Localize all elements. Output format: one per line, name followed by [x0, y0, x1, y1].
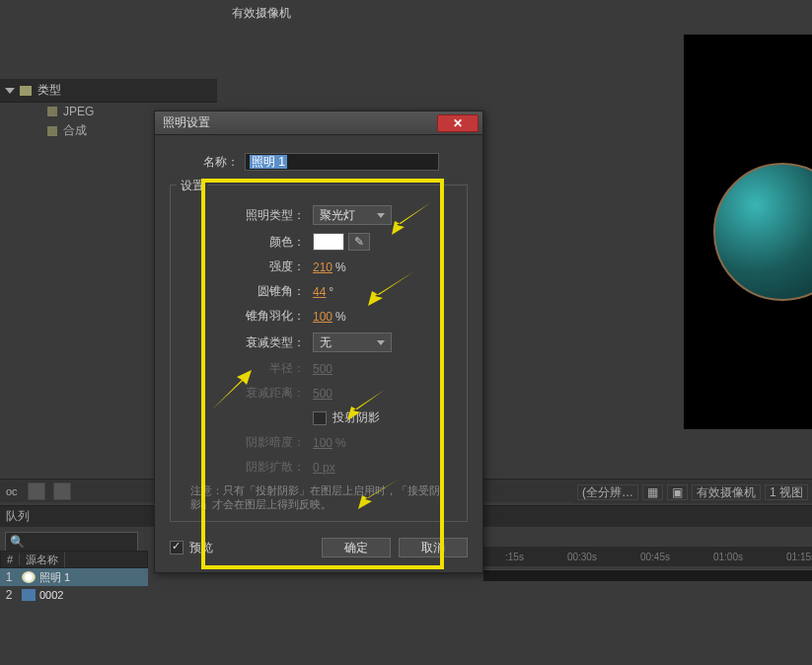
composition-icon: [22, 589, 36, 601]
name-value: 照明 1: [250, 155, 287, 169]
falloff-dist-value: 500: [313, 387, 332, 401]
jpeg-label: JPEG: [63, 105, 94, 118]
file-icon: [47, 126, 57, 136]
note-text: 注意：只有「投射阴影」在图层上启用时，「接受阴影」才会在图层上得到反映。: [179, 483, 459, 511]
cone-feather-label: 锥角羽化：: [179, 308, 305, 325]
cast-shadow-label: 投射阴影: [332, 409, 380, 426]
file-icon: [47, 107, 57, 116]
light-type-value: 聚光灯: [320, 207, 355, 224]
cone-angle-value[interactable]: 44: [313, 285, 326, 299]
falloff-type-label: 衰减类型：: [179, 334, 305, 351]
timeline-mark: :15s: [505, 552, 524, 562]
search-icon: 🔍: [10, 535, 25, 549]
dialog-title: 照明设置: [159, 114, 210, 131]
col-num: #: [1, 554, 20, 565]
layer-name: 0002: [39, 589, 63, 601]
eyedropper-button[interactable]: ✎: [348, 233, 370, 251]
timeline-mark: 01:15s: [786, 552, 812, 562]
shadow-diff-label: 阴影扩散：: [179, 459, 305, 476]
folder-icon: [20, 86, 32, 96]
type-label: 类型: [37, 82, 61, 99]
shadow-dark-unit: %: [335, 436, 346, 450]
cone-feather-unit: %: [335, 310, 346, 324]
cone-feather-value[interactable]: 100: [313, 310, 332, 324]
cone-angle-label: 圆锥角：: [179, 283, 305, 300]
layer-index: 2: [0, 588, 18, 602]
layer-panel: # 源名称 1 照明 1 2 0002: [0, 551, 148, 604]
chevron-down-icon: [5, 88, 15, 94]
falloff-type-dropdown[interactable]: 无: [313, 332, 392, 352]
falloff-dist-label: 衰减距离：: [179, 385, 305, 402]
timeline-mark: 00:45s: [640, 552, 670, 562]
intensity-unit: %: [335, 260, 346, 274]
name-label: 名称：: [170, 154, 239, 171]
falloff-type-value: 无: [320, 334, 332, 351]
radius-value: 500: [313, 362, 332, 376]
search-input[interactable]: 🔍: [5, 532, 138, 552]
ok-button[interactable]: 确定: [322, 538, 391, 557]
toolbar-icon[interactable]: ▣: [667, 484, 688, 500]
close-button[interactable]: ✕: [437, 114, 479, 132]
close-icon: ✕: [453, 116, 463, 130]
toolbar-icon[interactable]: ▦: [642, 484, 663, 500]
layer-row[interactable]: 2 0002: [0, 586, 148, 604]
shadow-diff-value: 0 px: [313, 461, 335, 475]
light-type-dropdown[interactable]: 聚光灯: [313, 205, 392, 225]
resolution-dropdown[interactable]: (全分辨…: [577, 484, 638, 500]
settings-group: 设置 照明类型： 聚光灯 颜色： ✎ 强度： 210 % 圆锥角：: [170, 185, 468, 522]
cone-angle-unit: °: [329, 285, 333, 299]
layer-row[interactable]: 1 照明 1: [0, 568, 148, 586]
preview-content: [713, 163, 812, 301]
settings-legend: 设置: [177, 178, 208, 194]
queue-label: 队列: [6, 508, 30, 525]
preview-label: 预览: [189, 540, 213, 556]
intensity-label: 强度：: [179, 259, 305, 275]
dialog-titlebar[interactable]: 照明设置 ✕: [155, 111, 482, 135]
color-swatch[interactable]: [313, 233, 344, 251]
composition-preview[interactable]: [684, 35, 812, 429]
effective-camera-label: 有效摄像机: [232, 5, 291, 22]
comp-label: 合成: [63, 122, 87, 139]
toolbar-icon[interactable]: [53, 482, 71, 500]
col-name: 源名称: [20, 553, 65, 567]
views-dropdown[interactable]: 1 视图: [765, 484, 808, 500]
radius-label: 半径：: [179, 360, 305, 377]
preview-toolbar: (全分辨… ▦ ▣ 有效摄像机 1 视图: [573, 481, 812, 503]
layer-header: # 源名称: [0, 551, 148, 568]
light-settings-dialog: 照明设置 ✕ 名称： 照明 1 设置 照明类型： 聚光灯 颜色：: [154, 111, 483, 573]
cast-shadow-checkbox[interactable]: [313, 411, 327, 425]
oc-label: oc: [6, 485, 18, 497]
intensity-value[interactable]: 210: [313, 260, 332, 274]
name-input[interactable]: 照明 1: [245, 153, 439, 171]
layer-index: 1: [0, 570, 18, 584]
color-label: 颜色：: [179, 234, 305, 251]
timeline-track[interactable]: [483, 569, 812, 581]
layer-name: 照明 1: [39, 570, 70, 585]
camera-dropdown[interactable]: 有效摄像机: [692, 484, 761, 500]
eyedropper-icon: ✎: [354, 235, 364, 249]
light-icon: [22, 571, 36, 583]
shadow-dark-label: 阴影暗度：: [179, 434, 305, 451]
light-type-label: 照明类型：: [179, 207, 305, 224]
cancel-button[interactable]: 取消: [399, 538, 468, 557]
timeline-mark: 00:30s: [567, 552, 597, 562]
timeline-mark: 01:00s: [713, 552, 743, 562]
preview-checkbox[interactable]: [170, 541, 184, 554]
project-type-header[interactable]: 类型: [0, 79, 217, 103]
timeline-ruler[interactable]: :15s 00:30s 00:45s 01:00s 01:15s: [483, 547, 812, 566]
shadow-dark-value: 100: [313, 436, 332, 450]
trash-icon[interactable]: [28, 482, 45, 500]
